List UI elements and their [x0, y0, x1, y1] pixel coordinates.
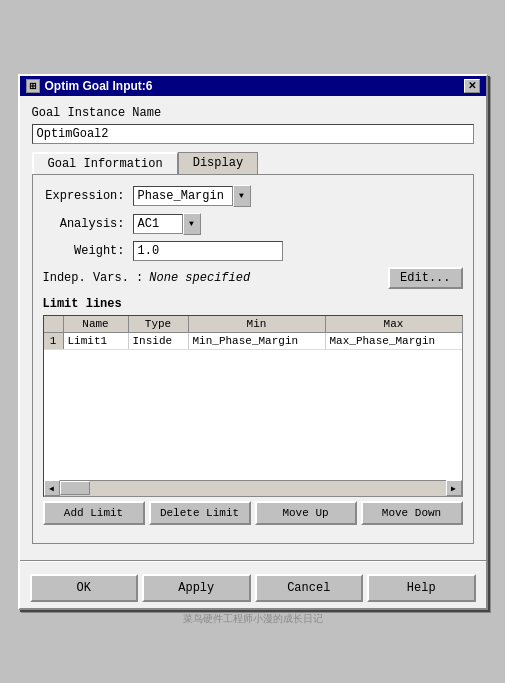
th-name: Name: [64, 316, 129, 332]
move-down-button[interactable]: Move Down: [361, 501, 463, 525]
expression-label: Expression:: [43, 189, 133, 203]
move-up-button[interactable]: Move Up: [255, 501, 357, 525]
tabs-container: Goal Information Display: [32, 152, 474, 174]
expression-value[interactable]: Phase_Margin: [133, 186, 233, 206]
action-buttons-row: Add Limit Delete Limit Move Up Move Down: [43, 501, 463, 525]
ok-button[interactable]: OK: [30, 574, 139, 602]
title-bar-left: ⊞ Optim Goal Input:6: [26, 79, 153, 93]
indep-vars-row: Indep. Vars. : None specified Edit...: [43, 267, 463, 289]
td-row-num: 1: [44, 333, 64, 349]
separator: [20, 560, 486, 562]
cancel-button[interactable]: Cancel: [255, 574, 364, 602]
goal-instance-input[interactable]: [32, 124, 474, 144]
scroll-track[interactable]: [60, 481, 446, 495]
weight-row: Weight:: [43, 241, 463, 261]
expression-row: Expression: Phase_Margin ▼: [43, 185, 463, 207]
dialog-window: ⊞ Optim Goal Input:6 ✕ Goal Instance Nam…: [18, 74, 488, 610]
td-max: Max_Phase_Margin: [326, 333, 462, 349]
tab-content: Expression: Phase_Margin ▼ Analysis: AC1…: [32, 174, 474, 544]
tab-goal-information[interactable]: Goal Information: [32, 152, 178, 174]
dialog-body: Goal Instance Name Goal Information Disp…: [20, 96, 486, 554]
scroll-left-btn[interactable]: ◀: [44, 480, 60, 496]
td-min: Min_Phase_Margin: [189, 333, 326, 349]
scroll-thumb[interactable]: [60, 481, 90, 495]
weight-input[interactable]: [133, 241, 283, 261]
limit-lines-title: Limit lines: [43, 297, 463, 311]
analysis-label: Analysis:: [43, 217, 133, 231]
analysis-value[interactable]: AC1: [133, 214, 183, 234]
table-empty-area: [44, 350, 462, 480]
edit-button[interactable]: Edit...: [388, 267, 462, 289]
tab-display[interactable]: Display: [178, 152, 258, 174]
table-header: Name Type Min Max: [44, 316, 462, 333]
td-type: Inside: [129, 333, 189, 349]
indep-vars-label: Indep. Vars. :: [43, 271, 144, 285]
bottom-buttons-row: OK Apply Cancel Help: [20, 568, 486, 608]
analysis-row: Analysis: AC1 ▼: [43, 213, 463, 235]
td-name: Limit1: [64, 333, 129, 349]
apply-button[interactable]: Apply: [142, 574, 251, 602]
help-button[interactable]: Help: [367, 574, 476, 602]
title-bar: ⊞ Optim Goal Input:6 ✕: [20, 76, 486, 96]
horizontal-scrollbar[interactable]: ◀ ▶: [44, 480, 462, 496]
goal-instance-label: Goal Instance Name: [32, 106, 474, 120]
close-button[interactable]: ✕: [464, 79, 480, 93]
window-title: Optim Goal Input:6: [45, 79, 153, 93]
th-row-num: [44, 316, 64, 332]
th-type: Type: [129, 316, 189, 332]
window-icon: ⊞: [26, 79, 40, 93]
expression-dropdown-container: Phase_Margin ▼: [133, 185, 251, 207]
th-max: Max: [326, 316, 462, 332]
limit-lines-table: Name Type Min Max 1 Limit1 Inside Min_Ph…: [43, 315, 463, 497]
indep-vars-value: None specified: [149, 271, 388, 285]
add-limit-button[interactable]: Add Limit: [43, 501, 145, 525]
expression-dropdown-btn[interactable]: ▼: [233, 185, 251, 207]
th-min: Min: [189, 316, 326, 332]
analysis-dropdown-container: AC1 ▼: [133, 213, 201, 235]
table-row[interactable]: 1 Limit1 Inside Min_Phase_Margin Max_Pha…: [44, 333, 462, 350]
watermark: 菜鸟硬件工程师小漫的成长日记: [20, 612, 486, 626]
analysis-dropdown-btn[interactable]: ▼: [183, 213, 201, 235]
weight-label: Weight:: [43, 244, 133, 258]
delete-limit-button[interactable]: Delete Limit: [149, 501, 251, 525]
scroll-right-btn[interactable]: ▶: [446, 480, 462, 496]
